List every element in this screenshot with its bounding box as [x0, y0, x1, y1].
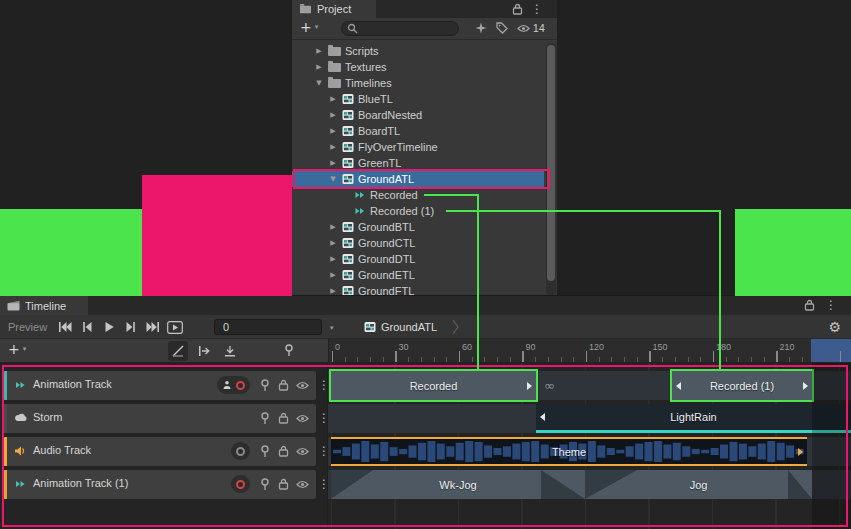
play-range-button[interactable] — [164, 315, 186, 339]
previous-frame-button[interactable] — [76, 315, 98, 339]
preview-toggle[interactable]: Preview — [8, 321, 47, 333]
timeline-asset-icon — [364, 321, 376, 333]
tree-item-groundetl[interactable]: ▶ GroundETL — [292, 267, 544, 283]
goto-end-button[interactable] — [142, 315, 164, 339]
project-toolbar-icons: 14 — [475, 22, 545, 34]
folder-icon — [328, 63, 341, 72]
tree-item-flyovertimeline[interactable]: ▶ FlyOverTimeline — [292, 139, 544, 155]
next-frame-icon — [125, 321, 137, 333]
tree-item-timelines[interactable]: ▼ Timelines — [292, 75, 544, 91]
tab-timeline[interactable]: Timeline — [0, 296, 88, 315]
foldout-icon[interactable]: ▶ — [314, 63, 324, 71]
frame-field[interactable]: 0 — [214, 319, 322, 335]
tree-item-label: GroundDTL — [358, 253, 415, 265]
hidden-count-toggle[interactable]: 14 — [517, 22, 545, 34]
track-toolbar: + ▾ 0 30 60 90 120 150 180 210 — [0, 339, 851, 363]
transport-controls — [54, 315, 186, 339]
lock-icon[interactable] — [512, 3, 523, 15]
annotation-pink-outline-timeline — [2, 365, 848, 527]
marker-pin-icon[interactable] — [284, 344, 294, 357]
frame-options-dropdown[interactable]: ▾ — [330, 324, 334, 332]
foldout-icon[interactable]: ▶ — [314, 47, 324, 55]
search-by-label-icon[interactable] — [496, 22, 508, 34]
tab-project[interactable]: Project — [292, 0, 376, 18]
window-menu-icon[interactable]: ⋮ — [825, 298, 837, 312]
timeline-asset-icon — [342, 157, 354, 169]
play-icon — [103, 321, 115, 333]
foldout-icon[interactable]: ▶ — [328, 239, 338, 247]
tree-item-label: Recorded — [370, 189, 418, 201]
create-asset-button[interactable]: + ▾ — [300, 20, 318, 34]
settings-gear-icon[interactable]: ⚙ — [828, 319, 841, 335]
tree-item-label: GroundBTL — [358, 221, 415, 233]
tree-item-bluetl[interactable]: ▶ BlueTL — [292, 91, 544, 107]
breadcrumb[interactable]: GroundATL — [364, 318, 437, 336]
annotation-line-recorded1-h — [446, 210, 721, 212]
tree-item-recorded[interactable]: Recorded — [292, 187, 544, 203]
tree-item-grounddtl[interactable]: ▶ GroundDTL — [292, 251, 544, 267]
goto-start-icon — [58, 321, 72, 333]
add-track-button[interactable]: + ▾ — [8, 342, 26, 356]
lock-icon[interactable] — [804, 299, 815, 311]
tree-item-label: Timelines — [345, 77, 392, 89]
annotation-pink-rect — [142, 175, 292, 296]
foldout-icon[interactable]: ▶ — [328, 223, 338, 231]
foldout-icon[interactable]: ▶ — [328, 111, 338, 119]
annotation-pink-outline-groundatl — [293, 169, 550, 189]
search-input[interactable] — [341, 21, 459, 36]
timeline-asset-icon — [342, 221, 354, 233]
project-tabbar: Project ⋮ — [292, 0, 557, 18]
replace-mode-button[interactable] — [220, 341, 240, 361]
tree-item-scripts[interactable]: ▶ Scripts — [292, 43, 544, 59]
tree-item-label: GroundETL — [358, 269, 415, 281]
tree-item-label: Recorded (1) — [370, 205, 434, 217]
foldout-icon[interactable]: ▶ — [328, 287, 338, 295]
search-by-type-icon[interactable] — [475, 22, 487, 34]
tree-item-boardtl[interactable]: ▶ BoardTL — [292, 123, 544, 139]
foldout-icon[interactable]: ▶ — [328, 127, 338, 135]
foldout-icon[interactable]: ▼ — [314, 79, 324, 87]
timeline-asset-icon — [342, 125, 354, 137]
tab-timeline-label: Timeline — [25, 300, 66, 312]
foldout-icon[interactable]: ▶ — [328, 159, 338, 167]
timeline-asset-icon — [342, 141, 354, 153]
play-button[interactable] — [98, 315, 120, 339]
plus-icon: + — [300, 20, 312, 34]
window-menu-icon[interactable]: ⋮ — [531, 2, 543, 16]
dropdown-arrow-icon: ▾ — [23, 345, 27, 353]
project-toolbar: + ▾ 14 — [292, 18, 557, 40]
timeline-asset-icon — [342, 237, 354, 249]
mix-mode-button[interactable] — [168, 341, 188, 361]
ripple-mode-button[interactable] — [194, 341, 214, 361]
scrollbar-thumb[interactable] — [547, 45, 555, 281]
foldout-icon[interactable]: ▶ — [328, 95, 338, 103]
project-window: Project ⋮ + ▾ 14 ▶ — [292, 0, 557, 298]
foldout-icon[interactable]: ▶ — [328, 271, 338, 279]
ruler-label: 120 — [589, 342, 604, 352]
animation-clip-icon — [354, 189, 366, 201]
next-frame-button[interactable] — [120, 315, 142, 339]
foldout-icon[interactable]: ▶ — [328, 255, 338, 263]
foldout-icon[interactable]: ▶ — [328, 143, 338, 151]
play-range-icon — [167, 321, 183, 334]
tree-item-boardnested[interactable]: ▶ BoardNested — [292, 107, 544, 123]
plus-icon: + — [8, 342, 20, 356]
breadcrumb-label: GroundATL — [381, 321, 437, 333]
clip-edit-modes — [168, 341, 240, 361]
ruler-label: 30 — [399, 342, 409, 352]
folder-icon — [300, 5, 311, 13]
timeline-asset-icon — [342, 93, 354, 105]
ruler-major-ticks — [332, 351, 851, 362]
timeline-toolbar: Preview 0 ▾ GroundATL ⚙ — [0, 315, 851, 339]
tree-item-groundbtl[interactable]: ▶ GroundBTL — [292, 219, 544, 235]
ruler-label: 150 — [653, 342, 668, 352]
time-ruler[interactable]: 0 30 60 90 120 150 180 210 — [328, 339, 851, 362]
goto-start-button[interactable] — [54, 315, 76, 339]
tree-item-groundctl[interactable]: ▶ GroundCTL — [292, 235, 544, 251]
annotation-line-recorded-h — [424, 194, 479, 196]
tree-item-label: Scripts — [345, 45, 379, 57]
timeline-asset-icon — [342, 269, 354, 281]
folder-icon — [328, 47, 341, 56]
tree-item-textures[interactable]: ▶ Textures — [292, 59, 544, 75]
tab-project-label: Project — [317, 3, 351, 15]
